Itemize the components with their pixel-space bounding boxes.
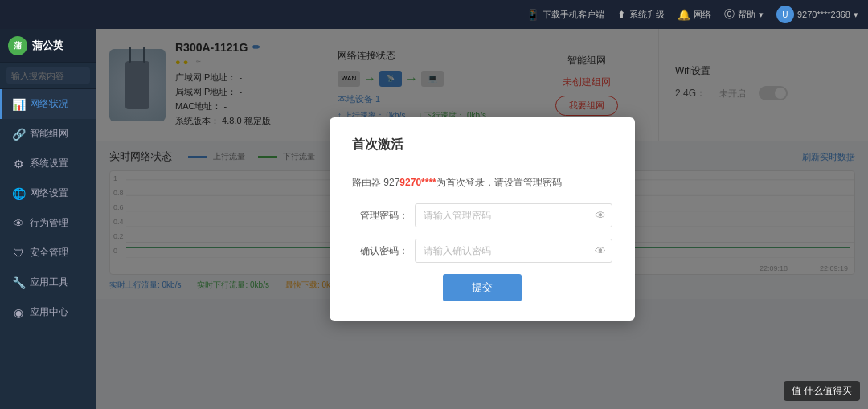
main-content: R300A-1121G ✏ ● ● ≈ 广域网IP地址： - 局域网IP地址： … [96, 29, 868, 409]
confirm-input[interactable] [415, 239, 612, 263]
sidebar-item-smart-net[interactable]: 🔗 智能组网 [0, 119, 96, 149]
logo-icon: 蒲 [8, 36, 27, 55]
behavior-icon: 👁 [12, 217, 25, 230]
watermark: 值 什么值得买 [784, 381, 860, 401]
sidebar-item-behavior[interactable]: 👁 行为管理 [0, 208, 96, 238]
network-icon: 🌐 [12, 187, 25, 200]
password-input-wrap: 👁 [415, 203, 612, 227]
grid-icon: 🔗 [12, 128, 25, 141]
sidebar: 蒲 蒲公英 📊 网络状况 🔗 智能组网 ⚙ 系统设置 🌐 网络设置 [0, 29, 96, 409]
help-icon: ⓪ [724, 7, 735, 22]
bell-icon: 🔔 [678, 9, 690, 21]
password-row: 管理密码： 👁 [352, 203, 612, 227]
user-profile[interactable]: U 9270****2368 ▾ [776, 6, 858, 23]
submit-button[interactable]: 提交 [443, 274, 522, 301]
confirm-input-wrap: 👁 [415, 239, 612, 263]
header: 📱 下载手机客户端 ⬆ 系统升级 🔔 网络 ⓪ 帮助 ▾ U 9270****2… [0, 0, 868, 29]
first-activation-modal: 首次激活 路由器 9279270****为首次登录，请设置管理密码 管理密码： … [330, 117, 635, 321]
sidebar-item-app-tools[interactable]: 🔧 应用工具 [0, 268, 96, 297]
modal-submit-area: 提交 [352, 274, 612, 301]
confirm-password-row: 确认密码： 👁 [352, 239, 612, 263]
network-link[interactable]: 🔔 网络 [678, 9, 711, 21]
chevron-down-icon: ▾ [759, 10, 764, 20]
eye-icon2[interactable]: 👁 [595, 244, 606, 257]
eye-icon[interactable]: 👁 [595, 209, 606, 222]
gear-icon: ⚙ [12, 157, 25, 170]
download-icon: 📱 [526, 9, 539, 21]
help-link[interactable]: ⓪ 帮助 ▾ [724, 7, 764, 22]
apps-icon: ◉ [12, 306, 25, 319]
tools-icon: 🔧 [12, 276, 25, 289]
chart-icon: 📊 [12, 98, 25, 111]
modal-title: 首次激活 [352, 137, 612, 162]
sidebar-nav: 📊 网络状况 🔗 智能组网 ⚙ 系统设置 🌐 网络设置 👁 行为管理 🛡 [0, 89, 96, 409]
search-bar [0, 63, 96, 89]
shield-icon: 🛡 [12, 247, 25, 260]
sidebar-item-app-center[interactable]: ◉ 应用中心 [0, 297, 96, 327]
search-input[interactable] [6, 67, 90, 84]
sidebar-item-net-settings[interactable]: 🌐 网络设置 [0, 178, 96, 208]
logo: 蒲 蒲公英 [0, 29, 96, 63]
upgrade-icon: ⬆ [617, 9, 626, 21]
chevron-down-icon: ▾ [854, 10, 858, 20]
sidebar-item-system-settings[interactable]: ⚙ 系统设置 [0, 149, 96, 178]
sidebar-item-network-status[interactable]: 📊 网络状况 [0, 89, 96, 119]
main-layout: 蒲 蒲公英 📊 网络状况 🔗 智能组网 ⚙ 系统设置 🌐 网络设置 [0, 29, 868, 409]
password-label: 管理密码： [352, 209, 408, 223]
password-input[interactable] [415, 203, 612, 227]
confirm-label: 确认密码： [352, 244, 408, 258]
system-upgrade-link[interactable]: ⬆ 系统升级 [617, 9, 665, 21]
app-name: 蒲公英 [32, 39, 63, 53]
sidebar-item-security[interactable]: 🛡 安全管理 [0, 238, 96, 268]
modal-description: 路由器 9279270****为首次登录，请设置管理密码 [352, 175, 612, 190]
download-app-link[interactable]: 📱 下载手机客户端 [526, 9, 604, 21]
avatar: U [776, 6, 794, 23]
modal-overlay: 首次激活 路由器 9279270****为首次登录，请设置管理密码 管理密码： … [96, 29, 868, 409]
